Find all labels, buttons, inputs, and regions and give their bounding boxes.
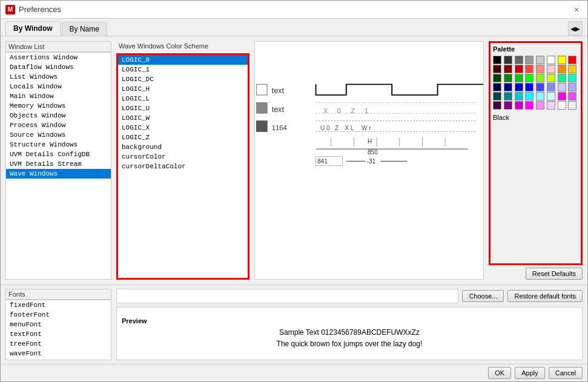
palette-cell[interactable] — [525, 65, 533, 73]
fonts-list[interactable]: fixedFontfooterFontmenuFonttextFonttreeF… — [5, 300, 111, 360]
palette-cell[interactable] — [515, 65, 523, 73]
palette-cell[interactable] — [493, 101, 501, 110]
palette-cell[interactable] — [536, 101, 544, 110]
tab-by-name[interactable]: By Name — [62, 22, 107, 36]
window-list-item[interactable]: UVM Details Stream — [6, 159, 111, 169]
palette-cell[interactable] — [558, 65, 566, 73]
color-list-item[interactable]: cursorColor — [118, 152, 248, 162]
palette-cell[interactable] — [547, 56, 555, 64]
cancel-button[interactable]: Cancel — [549, 367, 583, 379]
fonts-list-item[interactable]: textFont — [6, 329, 111, 339]
palette-cell[interactable] — [493, 74, 501, 82]
window-list-item[interactable]: UVM Details ConfigDB — [6, 150, 111, 159]
palette-cell[interactable] — [504, 74, 512, 82]
palette-cell[interactable] — [558, 56, 566, 64]
palette-cell[interactable] — [568, 92, 576, 100]
palette-cell[interactable] — [525, 83, 533, 91]
palette-cell[interactable] — [547, 65, 555, 73]
tab-by-window[interactable]: By Window — [5, 21, 61, 36]
apply-button[interactable]: Apply — [515, 367, 545, 379]
color-list-item[interactable]: LOGIC_0 — [118, 55, 248, 65]
fonts-list-item[interactable]: waveFont — [6, 349, 111, 358]
color-list[interactable]: LOGIC_0LOGIC_1LOGIC_DCLOGIC_HLOGIC_LLOGI… — [118, 55, 248, 278]
palette-cell[interactable] — [536, 56, 544, 64]
palette-cell[interactable] — [493, 56, 501, 64]
window-list-item[interactable]: Locals Window — [6, 82, 111, 91]
reset-defaults-button[interactable]: Reset Defaults — [526, 268, 583, 280]
window-list-item[interactable]: Assertions Window — [6, 53, 111, 62]
ok-button[interactable]: OK — [488, 367, 511, 379]
fonts-list-item[interactable]: menuFont — [6, 320, 111, 329]
color-list-item[interactable]: background — [118, 142, 248, 152]
palette-cell[interactable] — [504, 65, 512, 73]
palette-cell[interactable] — [558, 74, 566, 82]
palette-cell[interactable] — [515, 101, 523, 110]
palette-cell[interactable] — [536, 74, 544, 82]
color-list-item[interactable]: LOGIC_1 — [118, 65, 248, 74]
window-list-item[interactable]: Dataflow Windows — [6, 62, 111, 72]
fonts-section: Fonts fixedFontfooterFontmenuFonttextFon… — [5, 289, 111, 360]
fonts-list-item[interactable]: treeFont — [6, 339, 111, 349]
color-list-item[interactable]: cursorDeltaColor — [118, 162, 248, 171]
color-list-item[interactable]: LOGIC_L — [118, 94, 248, 104]
fonts-list-item[interactable]: fixedFont — [6, 300, 111, 310]
palette-cell[interactable] — [515, 74, 523, 82]
palette-cell[interactable] — [525, 92, 533, 100]
palette-cell[interactable] — [568, 101, 576, 110]
palette-cell[interactable] — [504, 101, 512, 110]
restore-defaults-button[interactable]: Restore default fonts — [507, 290, 583, 302]
fonts-title: Fonts — [5, 289, 111, 300]
palette-cell[interactable] — [493, 65, 501, 73]
window-list-item[interactable]: Main Window — [6, 91, 111, 101]
palette-cell[interactable] — [536, 92, 544, 100]
color-list-item[interactable]: LOGIC_DC — [118, 74, 248, 84]
window-list-item[interactable]: List Windows — [6, 72, 111, 82]
collapse-button[interactable]: ◀▶ — [568, 21, 583, 36]
color-list-item[interactable]: LOGIC_X — [118, 123, 248, 133]
close-button[interactable]: × — [570, 4, 583, 16]
palette-cell[interactable] — [568, 83, 576, 91]
palette-cell[interactable] — [558, 101, 566, 110]
palette-cell[interactable] — [515, 56, 523, 64]
fonts-list-item[interactable]: footerFont — [6, 310, 111, 320]
color-list-item[interactable]: LOGIC_H — [118, 84, 248, 94]
fonts-right: Choose... Restore default fonts Preview … — [116, 289, 583, 360]
font-preview-box: Preview Sample Text 0123456789ABCDEFUWXx… — [116, 307, 583, 360]
palette-cell[interactable] — [568, 65, 576, 73]
palette-cell[interactable] — [547, 74, 555, 82]
svg-text:U 0: U 0 — [320, 125, 330, 131]
color-list-item[interactable]: LOGIC_U — [118, 104, 248, 113]
color-list-item[interactable]: LOGIC_W — [118, 113, 248, 123]
palette-cell[interactable] — [536, 83, 544, 91]
palette-cell[interactable] — [525, 56, 533, 64]
palette-cell[interactable] — [536, 65, 544, 73]
palette-cell[interactable] — [525, 74, 533, 82]
palette-cell[interactable] — [515, 92, 523, 100]
window-list-item[interactable]: Source Windows — [6, 130, 111, 140]
palette-cell[interactable] — [504, 83, 512, 91]
palette-cell[interactable] — [568, 74, 576, 82]
palette-cell[interactable] — [493, 83, 501, 91]
palette-cell[interactable] — [568, 56, 576, 64]
waveform-section: text text X 0 Z 1 — [254, 41, 484, 280]
choose-button[interactable]: Choose... — [462, 290, 504, 302]
window-list-item[interactable]: Structure Windows — [6, 140, 111, 150]
palette-cell[interactable] — [493, 92, 501, 100]
palette-cell[interactable] — [504, 56, 512, 64]
palette-cell[interactable] — [504, 92, 512, 100]
window-title: Preferences — [19, 5, 61, 14]
palette-cell[interactable] — [558, 92, 566, 100]
palette-cell[interactable] — [515, 83, 523, 91]
font-name-field[interactable] — [116, 289, 458, 303]
window-list-item[interactable]: Memory Windows — [6, 101, 111, 111]
color-list-item[interactable]: LOGIC_Z — [118, 133, 248, 142]
window-list-item[interactable]: Objects Window — [6, 111, 111, 120]
window-list-item[interactable]: Process Window — [6, 120, 111, 130]
window-list[interactable]: Assertions WindowDataflow WindowsList Wi… — [5, 52, 111, 280]
palette-cell[interactable] — [547, 101, 555, 110]
palette-cell[interactable] — [547, 83, 555, 91]
window-list-item[interactable]: Wave Windows — [6, 169, 111, 179]
palette-cell[interactable] — [547, 92, 555, 100]
palette-cell[interactable] — [525, 101, 533, 110]
palette-cell[interactable] — [558, 83, 566, 91]
